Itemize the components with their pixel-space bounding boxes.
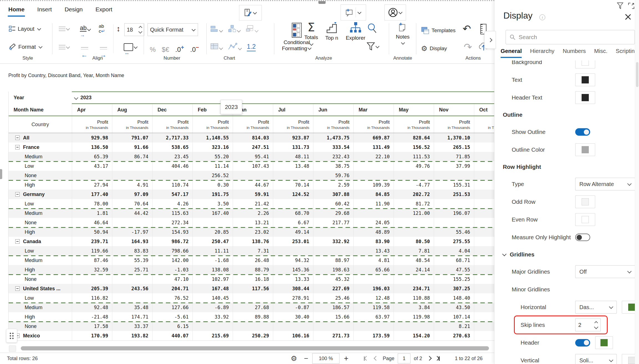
- decrease-decimal-icon[interactable]: .0−: [190, 44, 199, 54]
- data-cell[interactable]: 33.37: [112, 322, 152, 331]
- data-cell[interactable]: 15.66: [313, 312, 353, 322]
- filter-button[interactable]: [367, 42, 379, 51]
- skip-lines-stepper[interactable]: 2: [575, 319, 601, 331]
- close-panel-button[interactable]: [624, 13, 632, 21]
- data-cell[interactable]: 6.67: [273, 218, 313, 227]
- data-cell[interactable]: 243.56: [112, 284, 152, 293]
- tab-numbers[interactable]: Numbers: [563, 48, 586, 58]
- data-cell[interactable]: 121.00: [394, 208, 434, 218]
- data-cell[interactable]: 198.63: [313, 265, 353, 274]
- data-cell[interactable]: [72, 274, 112, 284]
- data-cell[interactable]: 60.42: [313, 199, 353, 208]
- data-cell[interactable]: [434, 171, 474, 180]
- data-cell[interactable]: 193.82: [112, 331, 152, 340]
- data-cell[interactable]: 154.20: [394, 331, 434, 340]
- layered-chart-button[interactable]: [246, 25, 258, 34]
- color-swatch-button[interactable]: [595, 336, 613, 349]
- data-cell[interactable]: 138.08: [192, 265, 233, 274]
- data-cell[interactable]: 155.31: [434, 180, 474, 190]
- data-cell[interactable]: 271.73: [313, 331, 353, 340]
- totals-button[interactable]: Σ Totals: [301, 22, 321, 47]
- data-cell[interactable]: 6.15: [152, 322, 192, 331]
- data-cell[interactable]: 35.48: [112, 303, 152, 312]
- redo-button[interactable]: ↷: [464, 42, 472, 52]
- data-cell[interactable]: 22.10: [353, 152, 394, 161]
- row-label-cell[interactable]: None: [9, 274, 72, 284]
- data-cell[interactable]: 80.50: [394, 237, 434, 246]
- data-cell[interactable]: 167.48: [192, 284, 233, 293]
- data-cell[interactable]: 27.68: [233, 303, 273, 312]
- data-cell[interactable]: 215.69: [192, 331, 233, 340]
- data-cell[interactable]: 251.53: [434, 190, 474, 199]
- row-label-cell[interactable]: Germany: [9, 190, 72, 199]
- data-cell[interactable]: 48.54: [394, 256, 434, 265]
- data-cell[interactable]: 145.36: [273, 265, 313, 274]
- data-cell[interactable]: 307.88: [313, 190, 353, 199]
- month-header-cell[interactable]: Mar: [353, 104, 394, 116]
- data-cell[interactable]: 308.44: [273, 284, 313, 293]
- data-cell[interactable]: 202.72: [394, 190, 434, 199]
- display-button[interactable]: ⚙ Display: [421, 45, 447, 52]
- user-account-button[interactable]: [384, 4, 406, 21]
- data-cell[interactable]: 3.50: [192, 199, 233, 208]
- data-cell[interactable]: 87.46: [72, 256, 112, 265]
- data-cell[interactable]: 13.48: [273, 161, 313, 171]
- text-direction-button[interactable]: ab: [80, 25, 91, 32]
- row-label-cell[interactable]: Low: [9, 161, 72, 171]
- data-cell[interactable]: 265.15: [434, 142, 474, 152]
- row-label-cell[interactable]: France: [9, 142, 72, 152]
- data-cell[interactable]: [394, 322, 434, 331]
- data-cell[interactable]: 95.41: [233, 152, 273, 161]
- data-cell[interactable]: 13.33: [273, 274, 313, 284]
- data-cell[interactable]: [474, 246, 494, 256]
- data-cell[interactable]: 929.98: [72, 133, 112, 142]
- data-cell[interactable]: 55.20: [192, 152, 233, 161]
- data-cell[interactable]: 547.17: [152, 190, 192, 199]
- data-cell[interactable]: 119.58: [353, 303, 394, 312]
- zoom-in-button[interactable]: +: [344, 354, 348, 363]
- data-cell[interactable]: 307.25: [434, 284, 474, 293]
- data-cell[interactable]: [112, 161, 152, 171]
- data-cell[interactable]: [474, 180, 494, 190]
- data-cell[interactable]: 239.71: [72, 237, 112, 246]
- increase-icon[interactable]: [594, 321, 598, 325]
- font-size-stepper[interactable]: 18: [124, 23, 144, 36]
- data-cell[interactable]: [273, 322, 313, 331]
- page-number-input[interactable]: 1: [398, 353, 410, 363]
- data-cell[interactable]: [112, 293, 152, 303]
- data-cell[interactable]: 110.88: [394, 293, 434, 303]
- data-cell[interactable]: 30.40: [273, 312, 313, 322]
- data-cell[interactable]: [474, 161, 494, 171]
- row-label-cell[interactable]: Medium: [9, 208, 72, 218]
- data-cell[interactable]: 4.04: [434, 246, 474, 256]
- data-cell[interactable]: 83.90: [353, 237, 394, 246]
- data-cell[interactable]: 55.46: [434, 227, 474, 237]
- data-cell[interactable]: [353, 322, 394, 331]
- measure-header-cell[interactable]: Profitin Thousands: [72, 116, 112, 133]
- add-comment-button[interactable]: [341, 4, 366, 21]
- data-cell[interactable]: 97.09: [112, 190, 152, 199]
- undo-button[interactable]: ↶: [463, 24, 471, 34]
- data-cell[interactable]: 48.89: [353, 227, 394, 237]
- dropdown[interactable]: Soli...: [575, 354, 617, 364]
- data-cell[interactable]: 332.92: [313, 237, 353, 246]
- row-label-cell[interactable]: High: [9, 227, 72, 237]
- month-header-cell[interactable]: Jun: [313, 104, 353, 116]
- data-cell[interactable]: 256.52: [192, 171, 233, 180]
- data-cell[interactable]: 1,473.75: [313, 133, 353, 142]
- color-swatch-button[interactable]: [622, 301, 635, 314]
- data-cell[interactable]: 250.47: [192, 237, 233, 246]
- data-cell[interactable]: -5.61: [152, 312, 192, 322]
- data-cell[interactable]: 333.54: [313, 142, 353, 152]
- data-cell[interactable]: 49.76: [394, 161, 434, 171]
- next-page-button[interactable]: [428, 356, 431, 362]
- data-cell[interactable]: 44.42: [112, 208, 152, 218]
- row-label-cell[interactable]: Canada: [9, 237, 72, 246]
- data-cell[interactable]: 142.00: [152, 256, 192, 265]
- data-cell[interactable]: 21.42: [233, 199, 273, 208]
- data-cell[interactable]: [474, 322, 494, 331]
- row-label-cell[interactable]: None: [9, 322, 72, 331]
- month-header-cell[interactable]: Dec: [152, 104, 192, 116]
- data-cell[interactable]: 45.32: [313, 274, 353, 284]
- data-cell[interactable]: -0.87: [273, 303, 313, 312]
